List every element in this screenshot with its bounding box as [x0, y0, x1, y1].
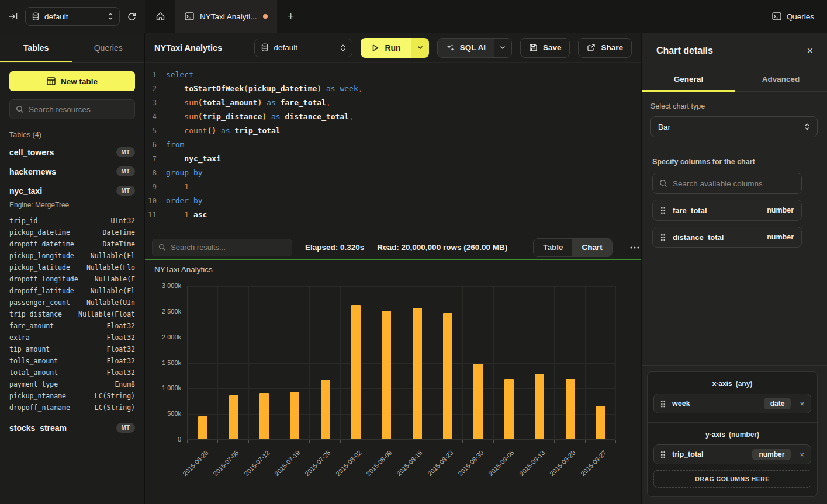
- code-line[interactable]: 5 count() as trip_total: [145, 124, 641, 138]
- code-line[interactable]: 11 1 asc: [145, 208, 641, 222]
- table-item[interactable]: cell_towersMT: [9, 142, 135, 162]
- chart-bar[interactable]: [596, 406, 605, 439]
- chart-bar[interactable]: [351, 305, 361, 439]
- panel-tab-general[interactable]: General: [642, 67, 735, 91]
- code-text: 1: [166, 180, 189, 194]
- drag-columns-drop-zone[interactable]: DRAG COLUMNS HERE: [653, 470, 811, 488]
- close-panel-button[interactable]: ×: [807, 46, 813, 56]
- chart-bar[interactable]: [443, 313, 452, 439]
- column-chip-name: distance_total: [673, 233, 724, 242]
- tables-section-label: Tables (4): [9, 131, 135, 139]
- code-line[interactable]: 6from: [145, 138, 641, 152]
- table-engine-badge: MT: [116, 166, 135, 176]
- chart-bar[interactable]: [535, 374, 544, 439]
- code-line[interactable]: 7 nyc_taxi: [145, 152, 641, 166]
- chart-bar[interactable]: [382, 311, 391, 439]
- column-name: pickup_datetime: [9, 228, 70, 237]
- chart-bar[interactable]: [504, 379, 514, 439]
- collapse-sidebar-button[interactable]: [8, 12, 18, 21]
- view-toggle-chart[interactable]: Chart: [572, 239, 611, 256]
- table-column-row: pickup_datetimeDateTime: [9, 227, 135, 238]
- columns-search-input[interactable]: [673, 179, 795, 188]
- column-type: Float32: [107, 333, 135, 342]
- x-axis-tick-label: 2015-09-20: [548, 449, 576, 477]
- new-table-button[interactable]: New table: [9, 71, 135, 91]
- code-line[interactable]: 2 toStartOfWeek(pickup_datetime) as week…: [145, 82, 641, 96]
- code-line[interactable]: 8group by: [145, 166, 641, 180]
- chart-bar[interactable]: [413, 308, 422, 439]
- column-type: Nullable(F: [95, 275, 135, 283]
- close-icon: ×: [800, 399, 804, 408]
- search-icon: [659, 179, 667, 187]
- sidebar-tab-tables[interactable]: Tables: [0, 33, 72, 62]
- run-button[interactable]: Run: [361, 38, 411, 58]
- home-tab-button[interactable]: [145, 0, 175, 33]
- y-axis-tick-label: 2 500k: [145, 308, 181, 315]
- results-search-input[interactable]: [171, 243, 286, 252]
- queries-menu-button[interactable]: Queries: [759, 0, 827, 33]
- columns-section-label: Specify columns for the chart: [652, 158, 818, 166]
- panel-tab-advanced[interactable]: Advanced: [735, 67, 827, 91]
- code-text: sum(total_amount) as fare_total,: [166, 96, 331, 110]
- save-button[interactable]: Save: [520, 38, 570, 58]
- sidebar-search-input[interactable]: [29, 105, 129, 114]
- topbar-database-value: default: [44, 12, 103, 21]
- chart-bar[interactable]: [321, 380, 330, 439]
- code-line[interactable]: 3 sum(total_amount) as fare_total,: [145, 96, 641, 110]
- drag-handle-icon[interactable]: [660, 207, 666, 214]
- remove-x-axis-column-button[interactable]: ×: [800, 399, 804, 408]
- table-item[interactable]: stocks_streamMT: [9, 418, 135, 437]
- sidebar-search[interactable]: [9, 99, 135, 119]
- drag-handle-icon[interactable]: [660, 451, 666, 458]
- column-chip[interactable]: distance_totalnumber: [652, 227, 802, 248]
- table-item[interactable]: nyc_taxiMT: [9, 181, 135, 200]
- code-line[interactable]: 10order by: [145, 194, 641, 208]
- code-line[interactable]: 9 1: [145, 180, 641, 194]
- gridline-vertical: [554, 286, 555, 439]
- table-name: hackernews: [9, 167, 56, 176]
- x-axis-tick-label: 2015-08-16: [396, 449, 424, 477]
- new-tab-button[interactable]: +: [277, 0, 305, 33]
- share-button[interactable]: Share: [578, 38, 632, 58]
- columns-search[interactable]: [652, 173, 802, 194]
- panel-tabs: General Advanced: [642, 67, 827, 92]
- editor-database-selector[interactable]: default: [254, 39, 352, 57]
- run-options-button[interactable]: [411, 38, 429, 58]
- view-toggle-table[interactable]: Table: [534, 239, 572, 256]
- queries-menu-label: Queries: [787, 12, 814, 21]
- results-search[interactable]: [152, 239, 292, 256]
- column-chip[interactable]: fare_totalnumber: [652, 200, 802, 221]
- query-tab-active[interactable]: NYTaxi Analyti...: [175, 0, 277, 33]
- chart-bar[interactable]: [259, 393, 269, 439]
- sparkles-icon: [446, 43, 455, 52]
- x-axis-tickmark: [493, 440, 494, 443]
- sql-editor[interactable]: 1select2 toStartOfWeek(pickup_datetime) …: [145, 63, 641, 235]
- line-number: 4: [145, 110, 166, 124]
- chart-type-select[interactable]: Bar: [650, 116, 818, 137]
- chart-bar[interactable]: [566, 379, 575, 439]
- drag-handle-icon[interactable]: [660, 234, 666, 241]
- y-axis-tick-label: 500k: [145, 410, 181, 417]
- chart-bar[interactable]: [198, 416, 207, 439]
- code-text: order by: [166, 194, 203, 208]
- gridline-vertical: [217, 286, 218, 439]
- chart-bar[interactable]: [473, 364, 483, 439]
- y-axis-column-name: trip_total: [672, 450, 703, 458]
- remove-y-axis-column-button[interactable]: ×: [800, 450, 804, 459]
- code-line[interactable]: 4 sum(trip_distance) as distance_total,: [145, 110, 641, 124]
- sql-ai-options-button[interactable]: [494, 39, 511, 57]
- sidebar-tab-queries[interactable]: Queries: [72, 33, 145, 62]
- refresh-button[interactable]: [127, 12, 137, 22]
- x-axis-column-chip[interactable]: week date ×: [653, 394, 811, 413]
- column-type: Nullable(UIn: [86, 298, 135, 307]
- sql-ai-button[interactable]: SQL AI: [438, 39, 494, 57]
- code-line[interactable]: 1select: [145, 68, 641, 82]
- topbar-database-selector[interactable]: default: [25, 7, 120, 26]
- chevron-updown-icon: [340, 44, 346, 52]
- chart-bar[interactable]: [290, 392, 299, 440]
- drag-handle-icon[interactable]: [660, 400, 666, 408]
- table-item[interactable]: hackernewsMT: [9, 162, 135, 181]
- y-axis-column-chip[interactable]: trip_total number ×: [653, 444, 811, 464]
- x-axis-tick-label: 2015-09-27: [579, 449, 607, 477]
- chart-bar[interactable]: [229, 395, 238, 439]
